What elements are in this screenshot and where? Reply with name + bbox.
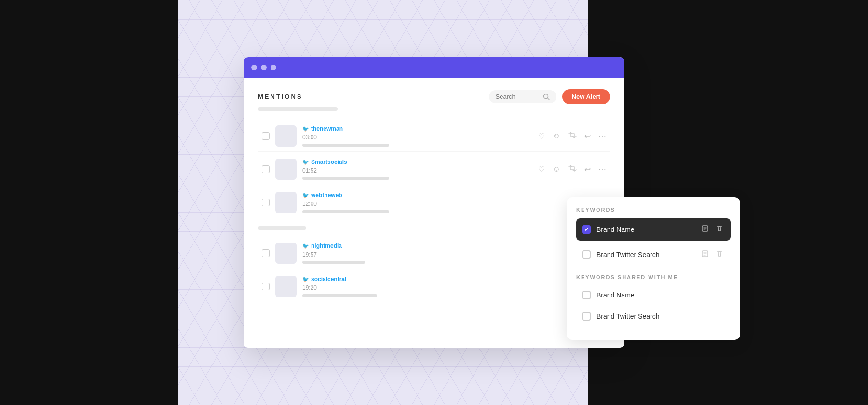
keyword-label-1: Brand Name (597, 226, 694, 233)
traffic-light-green[interactable] (271, 65, 276, 70)
tweet-avatar-3 (275, 192, 297, 213)
emoji-icon-2[interactable]: ☺ (553, 165, 560, 174)
tweet-checkbox-1[interactable] (262, 132, 270, 140)
tweet-checkbox-3[interactable] (262, 199, 270, 206)
mentions-title: MENTIONS (258, 93, 303, 100)
tweet-checkbox-4[interactable] (262, 249, 270, 257)
twitter-icon-1: 🐦 (302, 126, 309, 132)
twitter-icon-2: 🐦 (302, 159, 309, 165)
app-window: MENTIONS New Alert (244, 57, 624, 348)
filter-bar (258, 107, 338, 111)
tweet-avatar-4 (275, 243, 297, 264)
heart-icon-2[interactable]: ♡ (538, 165, 545, 174)
keyword-checkbox-1[interactable] (582, 225, 591, 234)
keywords-panel: KEYWORDS Brand Name (567, 197, 740, 340)
tweet-item: 🐦 thenewman 03:00 ♡ ☺ ↩ ⋯ (258, 121, 610, 152)
svg-line-1 (547, 98, 549, 100)
tweet-username-4: 🐦 nightmedia (302, 243, 606, 249)
keywords-section-title: KEYWORDS (576, 207, 731, 213)
keyword-delete-button-1[interactable] (714, 223, 725, 236)
keyword-edit-button-2[interactable] (700, 248, 710, 261)
tweet-time-3: 12:00 (302, 201, 594, 207)
twitter-icon-4: 🐦 (302, 243, 309, 249)
tweet-avatar-1 (275, 125, 297, 147)
keyword-checkbox-2[interactable] (582, 250, 591, 259)
tweet-time-5: 19:20 (302, 284, 606, 291)
shared-keyword-label-2: Brand Twitter Search (597, 312, 659, 320)
tweet-avatar-2 (275, 159, 297, 180)
tweet-body-4: 🐦 nightmedia 19:57 (302, 243, 606, 264)
heart-icon-1[interactable]: ♡ (538, 132, 545, 141)
tweet-text-bar-3 (302, 210, 389, 213)
tweet-avatar-5 (275, 276, 297, 297)
keywords-shared-section: KEYWORDS SHARED WITH ME Brand Name Brand… (576, 274, 731, 325)
tweet-text-bar-5 (302, 294, 377, 297)
tweet-time-1: 03:00 (302, 134, 532, 141)
more-icon-2[interactable]: ⋯ (598, 165, 606, 174)
tweet-actions-1: ♡ ☺ ↩ ⋯ (538, 132, 606, 141)
tweet-body-3: 🐦 webtheweb 12:00 (302, 192, 594, 213)
new-alert-button[interactable]: New Alert (562, 89, 610, 104)
twitter-icon-3: 🐦 (302, 192, 309, 199)
traffic-light-yellow[interactable] (261, 65, 267, 70)
tweet-actions-2: ♡ ☺ ↩ ⋯ (538, 165, 606, 174)
retweet-icon-2[interactable] (568, 165, 577, 174)
more-icon-1[interactable]: ⋯ (598, 132, 606, 141)
tweet-text-bar-4 (302, 261, 365, 264)
tweet-time-4: 19:57 (302, 251, 606, 258)
keyword-edit-button-1[interactable] (700, 223, 710, 236)
shared-keyword-label-1: Brand Name (597, 291, 635, 299)
tweet-checkbox-5[interactable] (262, 283, 270, 290)
keywords-shared-title: KEYWORDS SHARED WITH ME (576, 274, 731, 280)
shared-keyword-checkbox-2[interactable] (582, 312, 591, 321)
search-input[interactable] (496, 93, 539, 100)
tweet-body-2: 🐦 Smartsocials 01:52 (302, 159, 532, 180)
header-actions: New Alert (489, 89, 610, 104)
shared-keyword-checkbox-1[interactable] (582, 291, 591, 299)
header-row: MENTIONS New Alert (258, 89, 610, 104)
keyword-label-2: Brand Twitter Search (597, 251, 694, 258)
tweet-body-5: 🐦 socialcentral 19:20 (302, 276, 606, 297)
tweet-checkbox-2[interactable] (262, 165, 270, 173)
title-bar (244, 57, 624, 78)
tweet-time-2: 01:52 (302, 167, 532, 174)
keyword-item-2[interactable]: Brand Twitter Search (576, 243, 731, 266)
search-box[interactable] (489, 90, 556, 103)
reply-icon-1[interactable]: ↩ (584, 132, 591, 141)
twitter-icon-5: 🐦 (302, 276, 309, 283)
search-icon (543, 94, 550, 100)
emoji-icon-1[interactable]: ☺ (553, 132, 560, 140)
tweet-username-5: 🐦 socialcentral (302, 276, 606, 283)
keyword-item-actions-2 (700, 248, 725, 261)
tweet-item-3: 🐦 webtheweb 12:00 ♡ (258, 187, 610, 218)
keyword-delete-button-2[interactable] (714, 248, 725, 261)
section-separator (258, 226, 306, 230)
tweet-item-5: 🐦 socialcentral 19:20 (258, 271, 610, 302)
tweet-username-1: 🐦 thenewman (302, 125, 532, 132)
tweet-list: 🐦 thenewman 03:00 ♡ ☺ ↩ ⋯ (258, 121, 610, 302)
tweet-body-1: 🐦 thenewman 03:00 (302, 125, 532, 147)
reply-icon-2[interactable]: ↩ (584, 165, 591, 174)
tweet-item-2: 🐦 Smartsocials 01:52 ♡ ☺ ↩ ⋯ (258, 154, 610, 185)
keyword-item-actions-1 (700, 223, 725, 236)
tweet-item-4: 🐦 nightmedia 19:57 (258, 238, 610, 269)
shared-keyword-item-1[interactable]: Brand Name (576, 286, 731, 304)
keyword-item-1[interactable]: Brand Name (576, 218, 731, 241)
shared-keyword-item-2[interactable]: Brand Twitter Search (576, 307, 731, 325)
retweet-icon-1[interactable] (568, 132, 577, 140)
tweet-text-bar-2 (302, 177, 389, 180)
traffic-light-red[interactable] (251, 65, 257, 70)
tweet-username-3: 🐦 webtheweb (302, 192, 594, 199)
tweet-username-2: 🐦 Smartsocials (302, 159, 532, 165)
tweet-text-bar-1 (302, 144, 389, 147)
